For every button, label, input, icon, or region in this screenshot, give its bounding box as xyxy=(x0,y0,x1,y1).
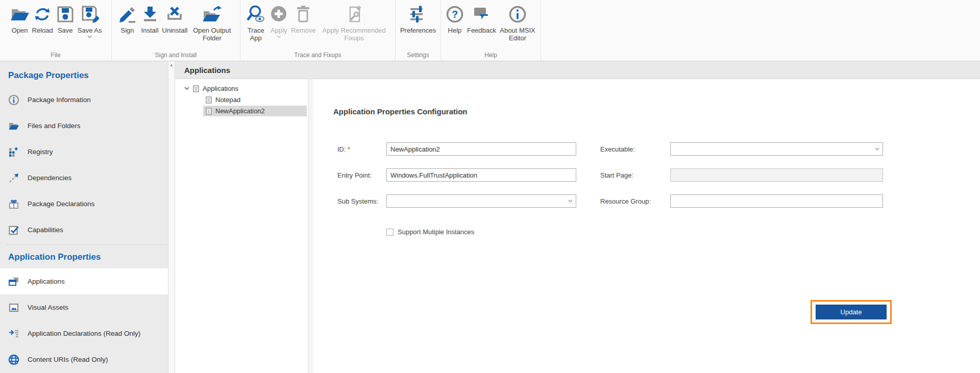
feedback-button[interactable]: Feedback xyxy=(466,4,497,34)
dependencies-arrow-icon xyxy=(8,172,19,184)
save-icon xyxy=(55,4,76,25)
group-label-settings: Settings xyxy=(396,52,440,59)
save-as-icon xyxy=(80,4,100,25)
update-button-highlight: Update xyxy=(811,300,892,324)
executable-field-label: Executable: xyxy=(600,145,670,153)
update-button[interactable]: Update xyxy=(816,305,887,319)
help-question-icon: ? xyxy=(445,4,465,25)
uninstall-button[interactable]: Uninstall xyxy=(161,4,189,34)
sidebar-item-application-declarations[interactable]: Application Declarations (Read Only) xyxy=(0,320,168,346)
trace-app-magnifier-icon xyxy=(246,4,266,25)
sidebar-item-dependencies[interactable]: Dependencies xyxy=(0,165,168,191)
group-label-trace-and-fixups: Trace and Fixups xyxy=(240,52,395,59)
sidebar-item-package-information[interactable]: Package Information xyxy=(0,87,168,113)
reload-icon xyxy=(32,4,53,25)
group-label-help: Help xyxy=(441,52,541,59)
required-marker: * xyxy=(348,145,350,153)
chevron-down-icon xyxy=(277,35,281,38)
support-multiple-instances-checkbox[interactable] xyxy=(386,229,394,236)
save-as-button[interactable]: Save As xyxy=(77,4,103,38)
save-as-button-label: Save As xyxy=(78,27,102,34)
sidebar-section-divider xyxy=(6,244,168,245)
entry-point-field-label: Entry Point: xyxy=(337,171,386,179)
applications-window-icon xyxy=(8,276,19,287)
start-page-input[interactable] xyxy=(670,168,883,182)
open-output-folder-icon xyxy=(202,4,222,25)
preferences-button[interactable]: Preferences xyxy=(399,4,437,34)
id-input[interactable] xyxy=(386,142,576,156)
preferences-sliders-icon xyxy=(408,4,428,25)
reload-button[interactable]: Reload xyxy=(31,4,54,34)
scroll-up-arrow[interactable]: ▲ xyxy=(168,61,175,69)
ribbon-toolbar: Open Reload Save Save As xyxy=(0,0,980,61)
form-row-entrypoint-startpage: Entry Point: Start Page: xyxy=(337,168,980,182)
sidebar-item-content-uris[interactable]: Content URIs (Read Only) xyxy=(0,346,168,372)
document-icon xyxy=(206,108,212,115)
dropdown-arrow-icon[interactable] xyxy=(875,147,879,151)
install-arrow-icon xyxy=(140,4,160,25)
executable-combobox[interactable] xyxy=(670,142,883,156)
navigation-sidebar: Package Properties Package Information F… xyxy=(0,61,168,373)
remove-button[interactable]: Remove xyxy=(290,4,316,34)
sidebar-item-visual-assets[interactable]: Visual Assets xyxy=(0,294,168,320)
sidebar-item-applications[interactable]: Applications xyxy=(0,268,168,294)
sidebar-item-label: Capabilities xyxy=(28,226,63,234)
tree-node-newapplication2[interactable]: NewApplication2 xyxy=(203,106,307,116)
remove-button-label: Remove xyxy=(291,27,315,34)
sidebar-item-files-and-folders[interactable]: Files and Folders xyxy=(0,113,168,139)
tree-node-notepad[interactable]: Notepad xyxy=(203,94,308,105)
document-icon xyxy=(193,85,199,92)
about-msix-editor-button[interactable]: About MSIX Editor xyxy=(497,4,538,42)
trace-app-button-label: Trace App xyxy=(245,27,266,42)
visual-assets-image-icon xyxy=(8,302,19,313)
sign-pencil-icon xyxy=(117,4,138,25)
entry-point-input[interactable] xyxy=(386,168,576,182)
ribbon-group-help: ? Help Feedback About MSIX Editor Help xyxy=(441,0,541,61)
feedback-button-label: Feedback xyxy=(467,27,496,34)
tree-node-applications[interactable]: Applications xyxy=(175,83,308,94)
sidebar-item-label: Dependencies xyxy=(28,174,71,182)
sidebar-scrollbar[interactable]: ▲ xyxy=(168,61,175,373)
uninstall-x-icon xyxy=(164,4,185,25)
start-page-field-label: Start Page: xyxy=(600,171,670,179)
ribbon-empty-space xyxy=(541,0,980,61)
sign-button[interactable]: Sign xyxy=(116,4,139,34)
apply-button[interactable]: Apply xyxy=(267,4,290,38)
apply-recommended-fixups-button-label: Apply Recommended Fixups xyxy=(318,27,390,42)
content-body: Applications Notepad NewApplication2 xyxy=(175,79,980,373)
open-button[interactable]: Open xyxy=(9,4,31,34)
chevron-expander-icon[interactable] xyxy=(184,87,189,90)
group-label-sign-and-install: Sign and Install xyxy=(112,52,240,59)
applications-tree: Applications Notepad NewApplication2 xyxy=(175,79,308,373)
trace-app-button[interactable]: Trace App xyxy=(244,4,267,42)
open-folder-icon xyxy=(10,4,30,25)
package-properties-section-header: Package Properties xyxy=(0,64,168,87)
reload-button-label: Reload xyxy=(32,27,53,34)
install-button[interactable]: Install xyxy=(139,4,161,34)
panel-splitter[interactable] xyxy=(308,79,313,373)
chevron-down-icon xyxy=(87,35,92,38)
sidebar-item-package-declarations[interactable]: Package Declarations xyxy=(0,191,168,217)
id-field-label: ID:* xyxy=(337,145,386,153)
sidebar-item-label: Applications xyxy=(28,278,65,285)
sub-systems-combobox[interactable] xyxy=(386,194,576,208)
ribbon-group-file: Open Reload Save Save As xyxy=(0,0,112,61)
ribbon-group-sign-and-install: Sign Install Uninstall Open Output Folde… xyxy=(112,0,240,61)
save-button[interactable]: Save xyxy=(54,4,77,34)
application-properties-form: Application Properties Configuration ID:… xyxy=(313,79,980,373)
apply-recommended-fixups-button[interactable]: Apply Recommended Fixups xyxy=(317,4,391,42)
sidebar-item-capabilities[interactable]: Capabilities xyxy=(0,217,168,243)
package-gift-icon xyxy=(8,198,19,210)
sidebar-item-registry[interactable]: Registry xyxy=(0,139,168,165)
content-header: Applications xyxy=(175,61,980,79)
resource-group-input[interactable] xyxy=(670,194,883,208)
apply-plus-icon xyxy=(268,4,289,25)
ribbon-group-settings: Preferences Settings xyxy=(396,0,441,61)
open-output-folder-button[interactable]: Open Output Folder xyxy=(188,4,235,42)
remove-trash-icon xyxy=(293,4,313,25)
form-row-subsystems-resourcegroup: Sub Systems: Resource Group: xyxy=(337,194,980,208)
sidebar-item-label: Visual Assets xyxy=(28,304,68,311)
dropdown-arrow-icon[interactable] xyxy=(568,200,573,203)
about-info-icon xyxy=(507,4,528,25)
help-button[interactable]: ? Help xyxy=(444,4,466,34)
